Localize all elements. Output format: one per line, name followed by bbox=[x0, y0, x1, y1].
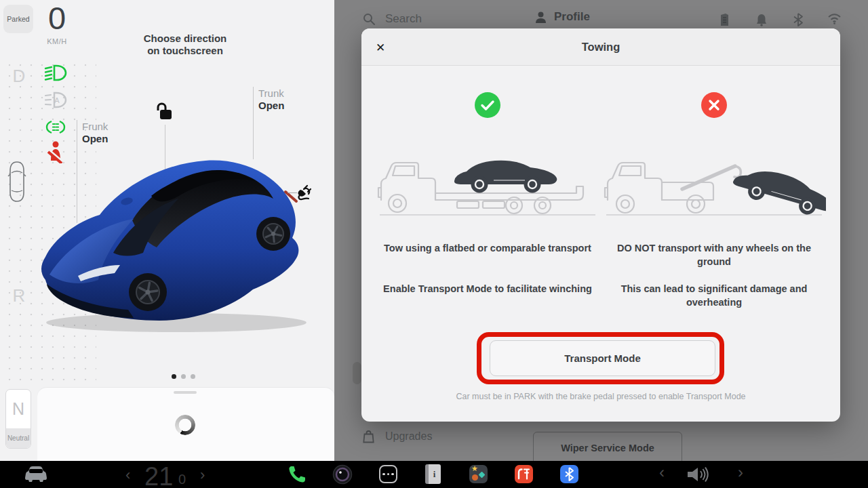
transport-mode-button[interactable]: Transport Mode bbox=[490, 340, 715, 376]
auto-high-beam-icon: A bbox=[43, 90, 68, 110]
speedometer: 0 KM/H bbox=[38, 0, 76, 45]
hint-line2: on touchscreen bbox=[102, 45, 269, 57]
gear-neutral-label: Neutral bbox=[6, 428, 31, 448]
towing-modal: Towing ✕ bbox=[361, 28, 840, 422]
trunk-state: Open bbox=[258, 100, 284, 112]
media-app-icon[interactable] bbox=[515, 465, 533, 483]
media-prev-chevron[interactable]: ‹ bbox=[659, 463, 665, 482]
svg-text:A: A bbox=[54, 96, 60, 104]
unlocked-icon[interactable] bbox=[155, 102, 173, 121]
close-icon[interactable]: ✕ bbox=[373, 40, 388, 55]
car-app-icon[interactable] bbox=[23, 465, 49, 487]
frunk-callout: Frunk Open bbox=[82, 121, 108, 145]
trunk-callout: Trunk Open bbox=[258, 87, 284, 112]
flatbed-illustration bbox=[376, 139, 599, 220]
towtruck-illustration bbox=[602, 139, 826, 220]
trunk-label: Trunk bbox=[258, 87, 284, 100]
page-dot-2[interactable] bbox=[181, 374, 186, 379]
tesla-touchscreen: Parked 0 KM/H D R N Neutral A bbox=[0, 0, 868, 488]
forbidden-x-icon bbox=[701, 92, 727, 118]
loading-spinner bbox=[175, 415, 195, 435]
temp-up-chevron[interactable]: › bbox=[200, 466, 205, 484]
frunk-label: Frunk bbox=[82, 121, 108, 133]
page-indicator[interactable] bbox=[172, 374, 195, 379]
owners-manual-icon[interactable]: i bbox=[425, 464, 441, 484]
gear-neutral-letter: N bbox=[6, 390, 31, 428]
gear-drive[interactable]: D bbox=[9, 66, 29, 87]
volume-icon[interactable] bbox=[686, 466, 709, 486]
instrument-cluster: Parked 0 KM/H D R N Neutral A bbox=[0, 0, 334, 461]
charge-port-icon[interactable] bbox=[296, 183, 315, 202]
temp-down-chevron[interactable]: ‹ bbox=[125, 466, 130, 484]
gear-neutral[interactable]: N Neutral bbox=[5, 389, 31, 449]
arcade-app-icon[interactable]: ★ bbox=[469, 465, 488, 483]
dont-subheading: This can lead to significant damage and … bbox=[609, 282, 819, 309]
direction-hint: Choose direction on touchscreen bbox=[102, 33, 269, 57]
taskbar: ‹ 21 0 › i ★ bbox=[0, 461, 868, 488]
frunk-state: Open bbox=[82, 133, 108, 145]
bluetooth-app-icon[interactable] bbox=[560, 465, 578, 483]
vehicle-topview-icon bbox=[7, 161, 26, 203]
do-subheading: Enable Transport Mode to facilitate winc… bbox=[382, 282, 593, 296]
vehicle-render bbox=[37, 144, 315, 341]
allowed-check-icon bbox=[475, 92, 500, 118]
modal-title: Towing bbox=[361, 41, 840, 54]
do-heading: Tow using a flatbed or comparable transp… bbox=[382, 241, 593, 255]
gear-reverse[interactable]: R bbox=[9, 285, 29, 306]
climate-control: ‹ 21 0 › bbox=[125, 461, 214, 488]
page-dot-3[interactable] bbox=[191, 374, 195, 379]
dont-heading: DO NOT transport with any wheels on the … bbox=[609, 241, 819, 268]
modal-caption: Car must be in PARK with the brake pedal… bbox=[361, 392, 840, 401]
gear-park-badge[interactable]: Parked bbox=[3, 5, 33, 33]
phone-app-icon[interactable] bbox=[288, 465, 307, 487]
speed-unit: KM/H bbox=[38, 37, 76, 45]
speed-value: 0 bbox=[38, 0, 76, 37]
page-dot-1[interactable] bbox=[172, 374, 176, 379]
temperature-value[interactable]: 21 bbox=[144, 462, 173, 488]
hint-line1: Choose direction bbox=[102, 33, 269, 45]
camera-app-icon[interactable] bbox=[332, 464, 353, 487]
parking-lights-icon bbox=[43, 117, 68, 138]
low-beam-icon bbox=[43, 63, 68, 83]
temperature-suffix: 0 bbox=[178, 472, 186, 487]
sheet-drag-handle[interactable] bbox=[174, 391, 197, 394]
more-apps-icon[interactable] bbox=[379, 465, 397, 483]
media-next-chevron[interactable]: › bbox=[738, 463, 743, 482]
